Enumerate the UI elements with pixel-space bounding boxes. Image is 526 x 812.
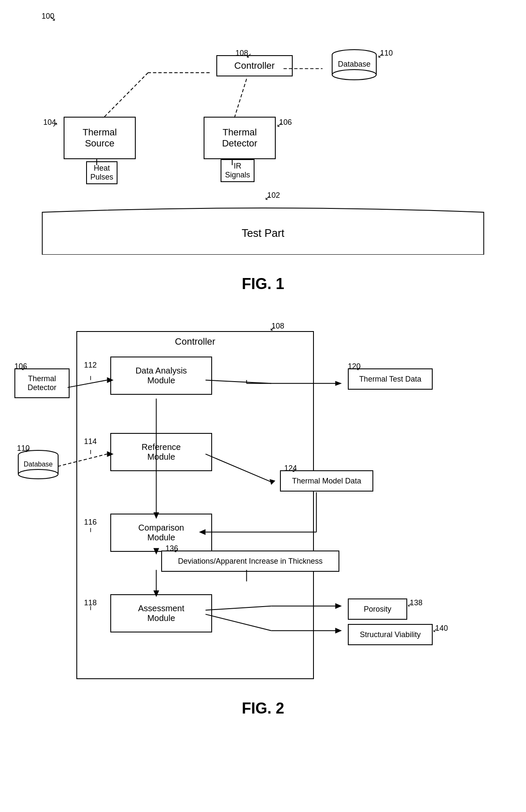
fig2-arrow-110d: ↙ <box>25 447 30 453</box>
fig2-controller-label: Controller <box>77 336 313 347</box>
ir-signals-arrow: IRSignals <box>225 159 250 180</box>
assessment-module: AssessmentModule <box>110 594 212 632</box>
thermal-detector-box: ThermalDetector <box>204 117 276 159</box>
fig2-arrow-124: ↙ <box>292 466 297 473</box>
fig2-diagram: 108 ↙ Controller Data AnalysisModule 112… <box>8 306 518 722</box>
fig2-arrow-136: ↙ <box>174 547 179 554</box>
reference-module-label: ReferenceModule <box>142 442 181 462</box>
fig1-title-text: FIG. 1 <box>242 275 284 292</box>
fig2-title: FIG. 2 <box>8 700 518 717</box>
porosity-box: Porosity <box>348 598 407 620</box>
structural-viability-box: Structural Viability <box>348 624 433 645</box>
thermal-test-data-label: Thermal Test Data <box>359 375 422 384</box>
arrow-110: ↙ <box>378 51 383 59</box>
arrow-106: ↙ <box>277 121 282 129</box>
svg-marker-48 <box>335 628 341 634</box>
svg-line-14 <box>234 79 246 118</box>
svg-text:Database: Database <box>338 60 370 68</box>
arrow-108: ↙ <box>246 51 252 59</box>
controller-label: Controller <box>234 60 274 71</box>
ir-signals-text: IRSignals <box>225 162 250 179</box>
ref-114: 114 <box>84 437 97 446</box>
deviations-box: Deviations/Apparent Increase in Thicknes… <box>161 551 339 572</box>
ir-signals-label: IRSignals <box>221 159 254 182</box>
heat-pulses-arrow: HeatPulses <box>89 161 115 183</box>
reference-module: ReferenceModule <box>110 433 212 471</box>
svg-point-21 <box>18 469 58 479</box>
database-shape: Database <box>331 49 378 81</box>
ref-118: 118 <box>84 598 97 607</box>
svg-text:Database: Database <box>24 461 53 468</box>
ref-116: 116 <box>84 518 97 527</box>
comparison-module: ComparisonModule <box>110 514 212 552</box>
structural-viability-label: Structural Viability <box>360 630 421 639</box>
fig2-arrow-140: ↙ <box>433 627 438 633</box>
test-part-container: Test Part <box>34 199 492 255</box>
arrow-100: ↘ <box>50 14 56 22</box>
fig2-database-shape: Database <box>17 450 59 480</box>
data-analysis-module: Data AnalysisModule <box>110 357 212 395</box>
svg-text:Test Part: Test Part <box>242 227 285 239</box>
page: 100 ↘ Controller 108 ↙ Database 110 ↙ Th… <box>0 0 526 812</box>
assessment-module-label: AssessmentModule <box>138 604 185 623</box>
comparison-module-label: ComparisonModule <box>138 523 184 542</box>
svg-marker-45 <box>335 603 341 609</box>
thermal-source-label: ThermalSource <box>83 127 117 149</box>
svg-point-4 <box>332 70 376 80</box>
deviations-label: Deviations/Apparent Increase in Thicknes… <box>178 557 323 566</box>
thermal-detector-label: ThermalDetector <box>222 127 257 149</box>
arrow-104: ↗ <box>52 121 58 129</box>
heat-pulses-text: HeatPulses <box>90 164 113 181</box>
controller-box: Controller <box>216 55 293 76</box>
ref-112: 112 <box>84 361 97 370</box>
svg-line-13 <box>103 73 148 118</box>
data-analysis-label: Data AnalysisModule <box>135 366 187 385</box>
fig2-thermal-detector: ThermalDetector <box>14 368 70 398</box>
thermal-test-data-box: Thermal Test Data <box>348 368 433 390</box>
fig2-title-text: FIG. 2 <box>242 700 284 717</box>
thermal-model-data-label: Thermal Model Data <box>292 477 361 486</box>
fig2-arrow-120: ↙ <box>356 365 361 371</box>
porosity-label: Porosity <box>364 605 391 614</box>
fig2-thermal-detector-label: ThermalDetector <box>28 374 56 392</box>
fig2-arrow-138: ↙ <box>407 601 412 608</box>
heat-pulses-label: HeatPulses <box>86 161 118 184</box>
thermal-model-data-box: Thermal Model Data <box>280 470 373 492</box>
svg-marker-30 <box>335 381 341 386</box>
fig2-arrow-106d: ↙ <box>21 365 26 371</box>
fig1-diagram: 100 ↘ Controller 108 ↙ Database 110 ↙ Th… <box>8 8 518 297</box>
thermal-source-box: ThermalSource <box>64 117 136 159</box>
fig1-title: FIG. 1 <box>8 275 518 293</box>
